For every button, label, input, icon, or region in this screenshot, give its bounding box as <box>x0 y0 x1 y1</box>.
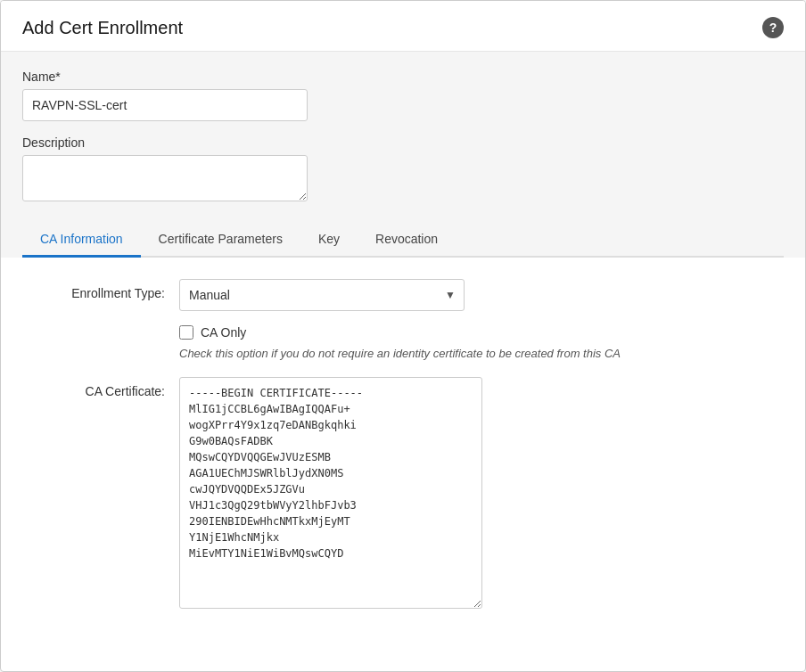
tab-key[interactable]: Key <box>300 223 358 258</box>
tab-certificate-parameters[interactable]: Certificate Parameters <box>141 223 300 258</box>
ca-only-content: CA Only Check this option if you do not … <box>179 325 784 363</box>
tab-revocation[interactable]: Revocation <box>358 223 456 258</box>
ca-only-row: CA Only Check this option if you do not … <box>22 325 784 363</box>
ca-certificate-label: CA Certificate: <box>22 377 165 398</box>
name-input[interactable] <box>22 89 308 121</box>
description-field-group: Description <box>22 135 784 205</box>
ca-only-checkbox[interactable] <box>179 325 193 340</box>
enrollment-type-select[interactable]: Manual SCEP PKCS12 <box>179 279 465 311</box>
tab-content-ca-information: Enrollment Type: Manual SCEP PKCS12 ▼ CA <box>1 258 805 648</box>
modal-header: Add Cert Enrollment ? <box>1 1 805 52</box>
add-cert-enrollment-modal: Add Cert Enrollment ? Name* Description … <box>0 0 806 672</box>
ca-certificate-textarea[interactable]: -----BEGIN CERTIFICATE----- MlIG1jCCBL6g… <box>179 377 482 609</box>
modal-body: Name* Description CA Information Certifi… <box>1 52 805 258</box>
modal-title: Add Cert Enrollment <box>22 18 183 38</box>
tabs-container: CA Information Certificate Parameters Ke… <box>22 223 784 258</box>
ca-only-spacer <box>22 325 165 332</box>
help-icon[interactable]: ? <box>762 17 784 38</box>
enrollment-type-select-wrapper: Manual SCEP PKCS12 ▼ <box>179 279 465 311</box>
ca-certificate-content: -----BEGIN CERTIFICATE----- MlIG1jCCBL6g… <box>179 377 784 612</box>
ca-only-help-text: Check this option if you do not require … <box>179 345 750 363</box>
description-label: Description <box>22 135 784 150</box>
enrollment-type-row: Enrollment Type: Manual SCEP PKCS12 ▼ <box>22 279 784 311</box>
ca-only-checkbox-row: CA Only <box>179 325 784 340</box>
tab-ca-information[interactable]: CA Information <box>22 223 141 258</box>
name-field-group: Name* <box>22 70 784 121</box>
ca-only-label: CA Only <box>201 325 246 340</box>
name-label: Name* <box>22 70 784 84</box>
enrollment-type-label: Enrollment Type: <box>22 279 165 300</box>
description-input[interactable] <box>22 155 308 201</box>
ca-certificate-row: CA Certificate: -----BEGIN CERTIFICATE--… <box>22 377 784 612</box>
enrollment-type-content: Manual SCEP PKCS12 ▼ <box>179 279 784 311</box>
